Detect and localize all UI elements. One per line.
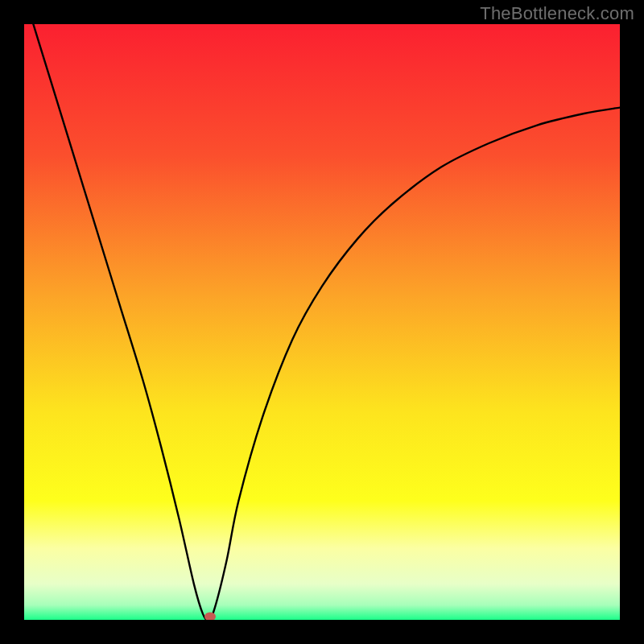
bottleneck-curve xyxy=(24,24,620,620)
plot-area xyxy=(24,24,620,620)
watermark-text: TheBottleneck.com xyxy=(480,3,634,24)
chart-frame: TheBottleneck.com xyxy=(0,0,644,644)
optimum-point-marker xyxy=(204,613,216,620)
